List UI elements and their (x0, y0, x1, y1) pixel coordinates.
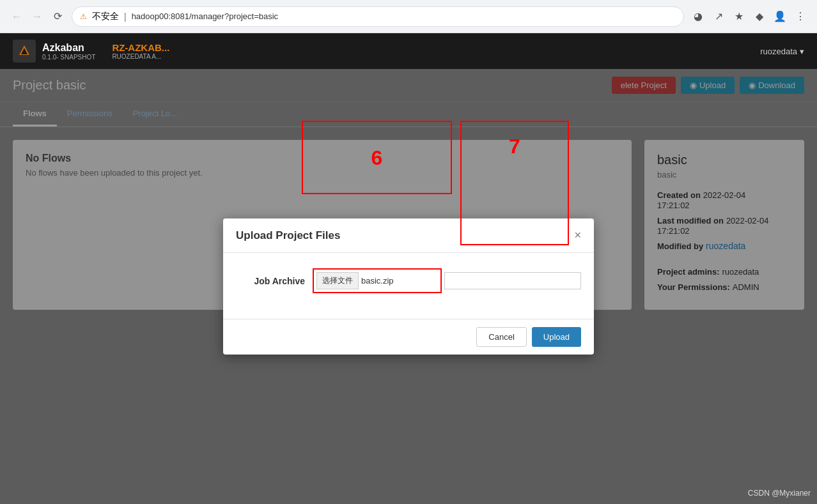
logo-text-area: Azkaban 0.1.0- SNAPSHOT (42, 42, 95, 61)
app-container: Azkaban 0.1.0- SNAPSHOT RZ-AZKAB... RUOZ… (0, 33, 817, 504)
modal-overlay: Upload Project Files × Job Archive 选择文件 (0, 69, 817, 504)
modal-footer: Cancel Upload (223, 319, 594, 355)
main-content: Project basic elete Project ◉ Upload ◉ D… (0, 69, 817, 504)
menu-btn[interactable]: ⋮ (791, 8, 809, 26)
modal-body: Job Archive 选择文件 (223, 253, 594, 319)
security-icon: ⚠ (80, 12, 87, 21)
annotation-6: 6 (371, 146, 383, 169)
reload-button[interactable]: ⟳ (49, 8, 66, 26)
user-name: ruozedata (760, 47, 797, 56)
profile-btn[interactable]: 👤 (771, 8, 789, 26)
file-name-input[interactable] (361, 276, 438, 286)
annotation-7: 7 (509, 135, 520, 158)
modal-title: Upload Project Files (236, 229, 340, 242)
file-input-wrapper: 选择文件 (313, 268, 442, 293)
upload-modal-button[interactable]: Upload (532, 327, 581, 347)
job-archive-row: Job Archive 选择文件 (236, 268, 581, 293)
security-label: 不安全 (92, 11, 119, 22)
share-btn[interactable]: ↗ (710, 8, 728, 26)
extension-btn[interactable]: ◆ (751, 8, 768, 26)
azkaban-logo-icon (13, 40, 36, 63)
user-dropdown-icon: ▾ (800, 47, 804, 56)
screenshot-btn[interactable]: ◕ (689, 8, 707, 26)
upload-modal: Upload Project Files × Job Archive 选择文件 (223, 218, 594, 355)
bookmark-btn[interactable]: ★ (730, 8, 748, 26)
logo-name: Azkaban (42, 42, 95, 54)
user-menu[interactable]: ruozedata ▾ (760, 47, 804, 56)
back-button[interactable]: ← (8, 8, 26, 26)
project-name-header: RZ-AZKAB... (112, 42, 169, 53)
address-bar[interactable]: ⚠ 不安全 | hadoop00:8081/manager?project=ba… (72, 6, 684, 27)
modal-header: Upload Project Files × (223, 218, 594, 253)
job-archive-label: Job Archive (236, 276, 313, 286)
project-sub: RUOZEDATA A... (112, 53, 169, 60)
cancel-button[interactable]: Cancel (476, 327, 526, 347)
nav-buttons: ← → ⟳ (8, 8, 66, 26)
file-path-input[interactable] (444, 272, 581, 289)
forward-button[interactable]: → (28, 8, 46, 26)
logo-area: Azkaban 0.1.0- SNAPSHOT RZ-AZKAB... RUOZ… (13, 40, 169, 63)
app-header: Azkaban 0.1.0- SNAPSHOT RZ-AZKAB... RUOZ… (0, 33, 817, 69)
browser-actions: ◕ ↗ ★ ◆ 👤 ⋮ (689, 8, 809, 26)
browser-chrome: ← → ⟳ ⚠ 不安全 | hadoop00:8081/manager?proj… (0, 0, 817, 33)
modal-close-button[interactable]: × (574, 229, 581, 242)
url-text: hadoop00:8081/manager?project=basic (132, 11, 278, 21)
watermark: CSDN @Myxianer (748, 489, 811, 498)
annotation-box-6: 6 (302, 121, 452, 194)
choose-file-button[interactable]: 选择文件 (316, 272, 359, 289)
logo-version: 0.1.0- SNAPSHOT (42, 54, 95, 61)
